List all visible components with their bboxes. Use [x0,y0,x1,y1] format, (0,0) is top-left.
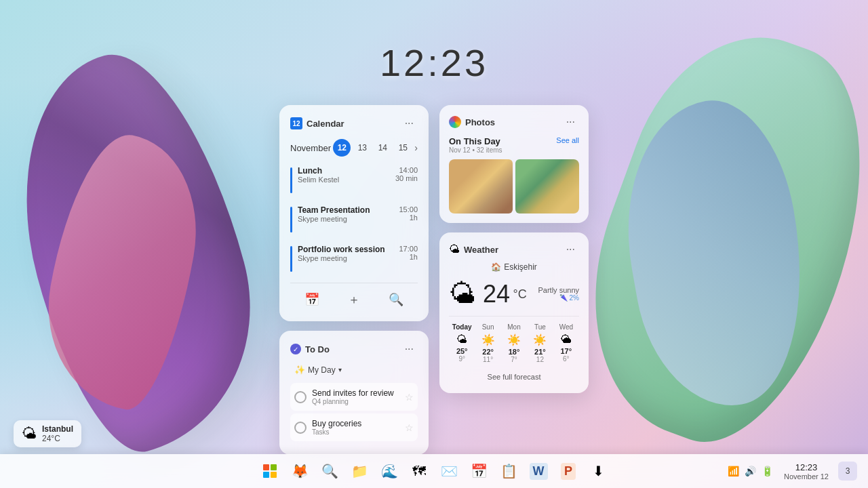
forecast-low-2: 7° [501,356,527,363]
calendar-taskbar-icon[interactable]: 📅 [466,458,492,484]
calendar-event-3[interactable]: Portfolio work session Skype meeting 17:… [290,242,418,274]
photo-thumbnail-1[interactable] [449,159,513,214]
edge-icon: 🌊 [381,463,398,479]
files-taskbar-icon[interactable]: 📁 [347,458,372,484]
calendar-open-button[interactable]: 📅 [299,289,325,310]
see-all-button[interactable]: See all [556,136,579,144]
start-button[interactable] [257,458,283,484]
cal-date-14[interactable]: 14 [374,139,391,157]
event-time-2: 15:00 1h [399,205,418,222]
todo-item-1[interactable]: Send invites for review Q4 planning ☆ [290,383,418,411]
corner-temp: 24°C [42,434,73,443]
photos-menu-button[interactable]: ··· [562,115,579,129]
chevron-down-icon: ▾ [338,366,342,373]
calendar-menu-button[interactable]: ··· [401,116,418,131]
event-bar-1 [290,167,292,193]
weather-city: Eskişehir [504,262,537,272]
maps-taskbar-icon[interactable]: 🗺 [406,458,432,484]
notification-button[interactable]: 3 [838,462,857,481]
forecast-day-2: Mon [501,323,527,331]
forecast-icon-2: ☀️ [501,333,527,346]
forecast-tue: Tue ☀️ 21° 12 [527,323,553,363]
forecast-row: Today 🌤 25° 9° Sun ☀️ 22° 11° Mon ☀️ 18°… [449,316,579,363]
todo-title-row: ✓ To Do [290,344,330,354]
todo-menu-button[interactable]: ··· [401,342,418,357]
see-full-forecast-button[interactable]: See full forecast [449,370,579,384]
on-this-day-info: On This Day Nov 12 • 32 items [449,136,502,154]
forecast-sun: Sun ☀️ 22° 11° [475,323,500,363]
forecast-icon-3: ☀️ [527,333,553,346]
mail-taskbar-icon[interactable]: ✉️ [436,458,462,484]
todo-star-2[interactable]: ☆ [405,422,414,433]
system-tray: 📶 🔊 🔋 12:23 November 12 3 [726,461,857,482]
calendar-app-icon: 12 [290,117,302,129]
browser-taskbar-icon[interactable]: 🦊 [287,458,313,484]
left-widgets: 12 Calendar ··· November 12 13 14 15 › [279,105,429,455]
event-subtitle-1: Selim Kestel [298,176,390,184]
corner-weather-widget[interactable]: 🌤 Istanbul 24°C [14,420,81,447]
calendar-search-button[interactable]: 🔍 [383,289,409,310]
todo-checkbox-2[interactable] [294,422,307,434]
todo-item-2[interactable]: Buy groceries Tasks ☆ [290,413,418,441]
event-subtitle-3: Skype meeting [298,254,393,262]
calendar-title-row: 12 Calendar [290,117,344,129]
calendar-actions: 📅 ＋ 🔍 [290,283,418,310]
win-cell-4 [271,472,277,478]
calendar-next-button[interactable]: › [414,142,418,153]
forecast-high-0: 25° [449,347,475,355]
todo-header: ✓ To Do ··· [290,342,418,357]
event-title-3: Portfolio work session [298,245,393,254]
event-time-3: 17:00 1h [399,245,418,261]
powerpoint-taskbar-icon[interactable]: P [555,458,581,484]
wifi-icon[interactable]: 📶 [726,464,741,478]
photos-app-icon [449,116,461,128]
todo-star-1[interactable]: ☆ [405,392,414,403]
weather-temperature: 24 [483,280,510,308]
todo-item-info-2: Buy groceries Tasks [312,419,399,436]
search-icon: 🔍 [321,463,338,479]
word-taskbar-icon[interactable]: W [526,458,551,484]
cal-date-15[interactable]: 15 [394,139,412,157]
forecast-icon-4: 🌥 [553,333,579,346]
maps-icon: 🗺 [412,464,426,479]
search-taskbar-icon[interactable]: 🔍 [317,458,342,484]
cal-date-13[interactable]: 13 [353,139,371,157]
photo-thumbnail-2[interactable] [515,159,579,214]
win-cell-2 [271,464,277,470]
forecast-high-1: 22° [475,348,500,356]
calendar-add-button[interactable]: ＋ [342,289,366,310]
on-this-day-section: On This Day Nov 12 • 32 items See all [449,136,579,154]
weather-title: Weather [464,245,498,255]
weather-temp-unit: °C [513,287,527,300]
todo-checkbox-1[interactable] [294,391,307,403]
calendar-event-1[interactable]: Lunch Selim Kestel 14:00 30 min [290,163,418,196]
system-clock[interactable]: 12:23 November 12 [780,461,833,482]
on-this-day-sub: Nov 12 • 32 items [449,146,502,154]
cal-date-12[interactable]: 12 [333,139,351,157]
forecast-high-4: 17° [553,347,579,355]
clipboard-taskbar-icon[interactable]: 📋 [496,458,521,484]
tray-date: November 12 [784,472,829,481]
photos-title-row: Photos [449,116,495,128]
forecast-day-3: Tue [527,323,553,331]
forecast-low-3: 12 [527,356,553,363]
weather-condition-text: Partly sunny [534,286,579,294]
weather-menu-button[interactable]: ··· [562,242,579,257]
right-widgets: Photos ··· On This Day Nov 12 • 32 items… [439,105,589,455]
todo-item-sub-1: Q4 planning [312,398,399,405]
forecast-low-1: 11° [475,356,500,363]
install-icon: ⬇ [593,463,604,479]
photos-grid [449,159,579,214]
files-icon: 📁 [351,463,368,479]
edge-taskbar-icon[interactable]: 🌊 [376,458,402,484]
weather-widget: 🌤 Weather ··· 🏠 Eskişehir 🌤 24 °C Partly… [439,232,589,393]
volume-icon[interactable]: 🔊 [743,464,757,478]
battery-icon[interactable]: 🔋 [760,464,774,478]
mail-icon: ✉️ [441,463,458,479]
weather-header: 🌤 Weather ··· [449,242,579,257]
calendar-event-2[interactable]: Team Presentation Skype meeting 15:00 1h [290,203,418,235]
photos-title: Photos [465,117,495,127]
install-taskbar-icon[interactable]: ⬇ [585,458,611,484]
myday-button[interactable]: ✨ My Day ▾ [290,362,346,378]
event-bar-3 [290,246,292,272]
